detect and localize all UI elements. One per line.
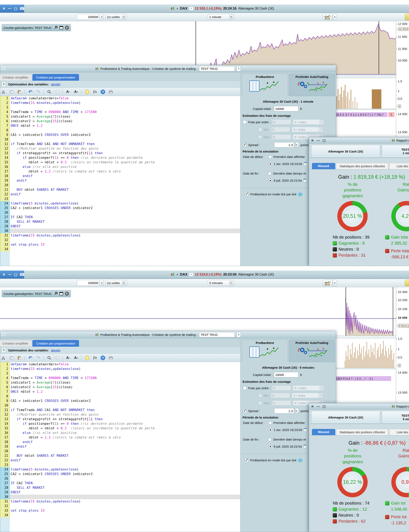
cut-icon[interactable]: [1, 89, 6, 94]
curve-tab[interactable]: Courbe gains&pertes: TEST TRUC ✕: [2, 290, 71, 297]
spread-checkbox[interactable]: [243, 143, 246, 147]
maximize-icon[interactable]: ▢: [14, 273, 17, 277]
fee-input[interactable]: [272, 385, 291, 391]
copy-icon[interactable]: [9, 89, 14, 94]
min-unit-select[interactable]: € / ordre▼: [292, 393, 323, 398]
detach-window-icon[interactable]: [59, 26, 63, 29]
quantity-stepper[interactable]: ▲▼: [100, 280, 103, 286]
print-icon[interactable]: [108, 355, 113, 360]
subtab-statistiques[interactable]: Statistiques des positions clôturées: [336, 429, 388, 435]
symbol-label[interactable]: DAX: [180, 272, 187, 277]
start-date-radio[interactable]: [269, 428, 272, 432]
add-variable-link[interactable]: ajouter: [51, 349, 60, 352]
calendar-icon[interactable]: [304, 428, 307, 432]
calendar-icon[interactable]: [304, 162, 307, 166]
minimize-icon[interactable]: —: [8, 273, 11, 276]
chart-type-button[interactable]: [323, 14, 332, 20]
tooltip-bubble-icon[interactable]: [298, 459, 302, 462]
increase-font-icon[interactable]: A+: [74, 89, 79, 94]
subtab-resume[interactable]: Résumé: [312, 429, 335, 435]
variables-icon[interactable]: ⇅: [1, 82, 6, 87]
tab-probacktest[interactable]: ProBacktest: [242, 339, 288, 362]
search-icon[interactable]: [47, 89, 52, 94]
keyboard-icon[interactable]: [20, 273, 24, 276]
code-area[interactable]: 1defparam cumulateorders=false2timeframe…: [0, 362, 240, 532]
timeframe-select[interactable]: 1 minute▼: [208, 14, 234, 20]
print-icon[interactable]: [108, 89, 113, 94]
fee-unit-select[interactable]: € / ordre▼: [293, 119, 324, 125]
fee-unit-select[interactable]: € / ordre▼: [293, 385, 324, 391]
curve-tab[interactable]: Courbe gains&pertes: TEST TRUC ✕: [2, 24, 71, 31]
min-checkbox[interactable]: [258, 128, 262, 131]
max-checkbox[interactable]: [258, 401, 262, 405]
instrument-dropdown-arrow[interactable]: ▼: [176, 8, 178, 10]
paste-icon[interactable]: [17, 89, 22, 94]
editor-title-bar[interactable]: ProBacktest & Trading Automatique - Créa…: [0, 331, 336, 338]
fee-input[interactable]: [272, 119, 291, 125]
calendar-icon[interactable]: [303, 179, 307, 182]
clipped-toolbar-icon[interactable]: [405, 280, 409, 286]
add-variable-link[interactable]: ajouter: [51, 83, 60, 86]
chevron-down-icon[interactable]: ▼: [229, 281, 233, 285]
min-checkbox[interactable]: [258, 394, 262, 397]
comment-icon[interactable]: //: [55, 355, 60, 360]
chevron-down-icon[interactable]: ▼: [122, 15, 126, 19]
decrease-font-icon[interactable]: A−: [66, 355, 71, 360]
minimize-icon[interactable]: —: [8, 7, 11, 10]
min-input[interactable]: [271, 127, 290, 132]
chevron-down-icon[interactable]: ▼: [319, 393, 322, 398]
undo-icon[interactable]: ↶: [28, 89, 33, 94]
variables-icon[interactable]: ⇅: [1, 348, 6, 353]
close-icon[interactable]: ✕: [2, 273, 5, 277]
fee-checkbox[interactable]: [243, 120, 246, 124]
clipped-toolbar-icon[interactable]: [405, 14, 409, 20]
capital-input[interactable]: [274, 372, 298, 377]
strategy-name-input[interactable]: [199, 66, 235, 71]
price-axis-labels[interactable]: 14 00013 500: [396, 21, 409, 138]
chevron-down-icon[interactable]: ▼: [320, 120, 323, 124]
spread-checkbox[interactable]: [243, 409, 246, 413]
max-checkbox[interactable]: [258, 135, 262, 139]
quantity-input[interactable]: [77, 14, 99, 20]
unit-select[interactable]: (x) unités▼: [106, 280, 127, 286]
chart-type-button[interactable]: [323, 280, 332, 286]
timeframe-select[interactable]: 5 minutes▼: [208, 280, 234, 286]
maximize-icon[interactable]: ▢: [14, 7, 17, 11]
copy-icon[interactable]: [9, 355, 14, 360]
increase-font-icon[interactable]: A+: [74, 355, 79, 360]
minimize-icon[interactable]: —: [317, 405, 320, 408]
subtab-statistiques[interactable]: Statistiques des positions clôturées: [336, 163, 388, 169]
info-button[interactable]: i: [189, 6, 193, 11]
end-date-radio[interactable]: [269, 445, 272, 448]
comment-icon[interactable]: //: [55, 89, 60, 94]
tick-mode-checkbox[interactable]: [245, 193, 249, 196]
restore-icon[interactable]: [2, 333, 5, 336]
subtab-liste-ordres[interactable]: Liste des ord: [389, 163, 409, 169]
tooltip-bubble-icon[interactable]: [298, 193, 302, 196]
max-input[interactable]: [272, 134, 291, 140]
redo-icon[interactable]: ↷: [36, 89, 41, 94]
tab-creation-simplifiee[interactable]: Création simplifiée: [0, 340, 32, 347]
redo-icon[interactable]: ↷: [36, 355, 41, 360]
report-tab-strategy[interactable]: TEST T1 min: [382, 145, 409, 158]
start-first-radio[interactable]: [269, 155, 272, 159]
tab-creation-programmation[interactable]: Création par programmation: [32, 340, 79, 347]
chart-type-dropdown[interactable]: ▼: [333, 280, 337, 286]
tab-proorder-autotrading[interactable]: ProOrder AutoTrading: [289, 339, 335, 362]
end-date-radio[interactable]: [269, 179, 272, 182]
tab-creation-programmation[interactable]: Création par programmation: [32, 74, 79, 81]
chart-type-dropdown[interactable]: ▼: [333, 14, 337, 20]
end-last-radio[interactable]: [268, 172, 271, 175]
function-icon[interactable]: ƒx: [93, 355, 97, 360]
start-first-radio[interactable]: [269, 421, 272, 425]
capital-input[interactable]: [274, 106, 298, 111]
strategy-name-input[interactable]: [199, 332, 235, 337]
restore-icon[interactable]: [2, 67, 5, 70]
keyboard-icon[interactable]: [20, 7, 24, 10]
chevron-down-icon[interactable]: ▼: [122, 281, 126, 285]
report-title-bar[interactable]: ✕ — ▢ Rapport dé: [309, 403, 409, 410]
function-icon[interactable]: ƒx: [93, 89, 97, 94]
chevron-down-icon[interactable]: ▼: [229, 15, 233, 19]
report-tab-instrument[interactable]: Allemagne 30 Cash (1€): [311, 411, 380, 424]
fee-checkbox[interactable]: [243, 386, 246, 390]
